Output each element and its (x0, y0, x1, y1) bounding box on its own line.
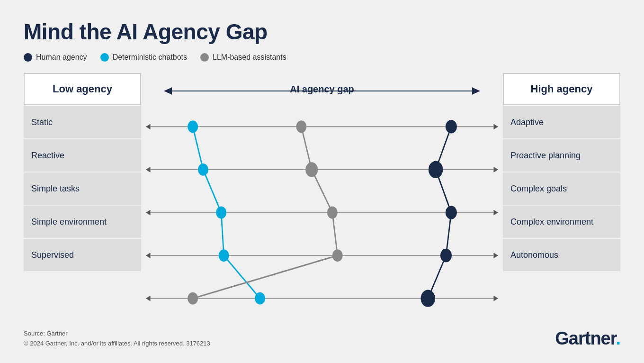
svg-point-16 (446, 120, 457, 133)
legend-item-llm: LLM-based assistants (200, 53, 286, 62)
legend-label-chatbots: Deterministic chatbots (113, 53, 187, 62)
svg-point-11 (296, 120, 306, 133)
svg-point-12 (305, 162, 318, 177)
legend-dot-chatbots (100, 53, 109, 62)
page-container: Mind the AI Agency Gap Human agency Dete… (0, 0, 644, 363)
left-label-1: Reactive (24, 139, 141, 172)
legend-label-human: Human agency (36, 53, 87, 62)
legend: Human agency Deterministic chatbots LLM-… (24, 53, 620, 62)
left-label-4: Supervised (24, 239, 141, 271)
chart-middle: AI agency gap (141, 73, 503, 320)
right-label-4: Autonomous (503, 239, 620, 271)
right-label-0: Adaptive (503, 106, 620, 138)
gap-label-row: AI agency gap (141, 73, 503, 105)
svg-point-8 (216, 207, 226, 219)
svg-point-18 (446, 206, 457, 219)
svg-point-17 (429, 161, 443, 178)
legend-dot-llm (200, 53, 209, 62)
right-label-1: Proactive planning (503, 139, 620, 172)
right-label-2: Complex goals (503, 172, 620, 205)
svg-point-14 (332, 249, 343, 262)
gap-label-text: AI agency gap (290, 84, 354, 95)
right-header: High agency (503, 73, 620, 105)
svg-point-7 (198, 163, 208, 176)
page-title: Mind the AI Agency Gap (24, 19, 620, 45)
gartner-dot: . (616, 328, 620, 348)
gartner-logo: Gartner. (555, 328, 620, 349)
chart-svg (141, 105, 503, 320)
left-header: Low agency (24, 73, 141, 105)
source-block: Source: Gartner © 2024 Gartner, Inc. and… (24, 329, 210, 349)
svg-point-6 (188, 120, 198, 133)
left-label-0: Static (24, 106, 141, 138)
legend-label-llm: LLM-based assistants (213, 53, 286, 62)
legend-item-human: Human agency (24, 53, 87, 62)
footer: Source: Gartner © 2024 Gartner, Inc. and… (24, 328, 620, 349)
source-text: Source: Gartner (24, 329, 210, 339)
svg-point-15 (188, 292, 198, 305)
legend-item-chatbots: Deterministic chatbots (100, 53, 187, 62)
svg-point-20 (420, 290, 435, 307)
svg-point-13 (327, 207, 338, 219)
copyright-text: © 2024 Gartner, Inc. and/or its affiliat… (24, 339, 210, 349)
svg-point-19 (440, 249, 452, 262)
legend-dot-human (24, 53, 32, 62)
left-labels: Low agency Static Reactive Simple tasks … (24, 73, 141, 320)
right-label-3: Complex environment (503, 206, 620, 238)
chart-area: Low agency Static Reactive Simple tasks … (24, 73, 620, 320)
left-label-2: Simple tasks (24, 172, 141, 205)
rows-area (141, 105, 503, 320)
left-label-3: Simple environment (24, 206, 141, 238)
svg-point-9 (219, 249, 229, 262)
right-labels: High agency Adaptive Proactive planning … (503, 73, 620, 320)
svg-point-10 (255, 292, 265, 305)
